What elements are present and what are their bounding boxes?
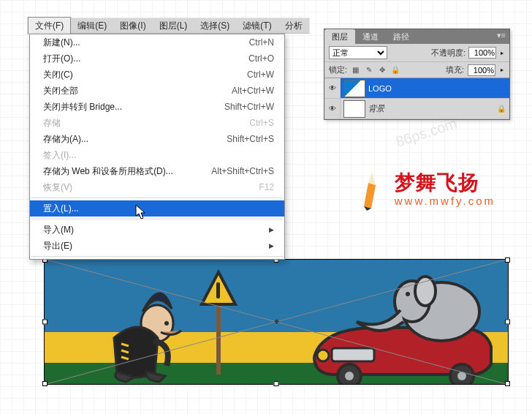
opacity-input[interactable] [468,47,496,59]
menu-open[interactable]: 打开(O)...Ctrl+O [30,50,284,67]
menu-image[interactable]: 图像(I) [113,18,152,34]
tab-paths[interactable]: 路径 [386,29,417,44]
visibility-eye-icon[interactable]: 👁 [324,99,341,118]
layer-thumbnail[interactable] [343,100,365,118]
layers-lock-row: 锁定: ▦ ✎ ✥ 🔒 填充: ▸ [324,61,509,78]
menu-separator [31,197,283,198]
menu-separator [31,219,283,219]
menu-file[interactable]: 文件(F) [28,17,71,34]
placed-smart-object[interactable]: ⌖ [44,259,509,385]
layer-name[interactable]: LOGO [368,84,509,93]
layer-name[interactable]: 背景 [368,103,493,114]
lock-image-icon[interactable]: ✎ [364,66,373,74]
menu-select[interactable]: 选择(S) [194,18,236,34]
svg-marker-1 [368,172,376,185]
brand-watermark: 梦舞飞扬 www.mwfy.com [352,168,495,211]
lock-transparent-icon[interactable]: ▦ [351,66,360,74]
lock-position-icon[interactable]: ✥ [377,66,387,74]
submenu-arrow-icon: ▶ [269,226,274,233]
transform-handle[interactable] [505,381,510,386]
application-menu-bar: 文件(F) 编辑(E) 图像(I) 图层(L) 选择(S) 滤镜(T) 分析 [27,18,310,34]
menu-analysis[interactable]: 分析 [278,18,309,34]
menu-new[interactable]: 新建(N)...Ctrl+N [30,34,284,50]
menu-close-goto-bridge[interactable]: 关闭并转到 Bridge...Shift+Ctrl+W [30,99,284,115]
tab-layers[interactable]: 图层 [324,29,355,44]
menu-place[interactable]: 置入(L)... [30,200,284,217]
menu-layer[interactable]: 图层(L) [153,18,194,34]
transform-handle[interactable] [42,320,48,325]
menu-separator [31,256,283,257]
brand-name: 梦舞飞扬 [395,173,495,193]
submenu-arrow-icon: ▶ [269,242,274,249]
layer-row-background[interactable]: 👁 背景 🔒 [324,99,509,119]
pencil-icon [352,168,387,211]
lock-label: 锁定: [329,64,347,75]
visibility-eye-icon[interactable]: 👁 [324,78,341,98]
transform-handle[interactable] [505,257,510,263]
menu-edit[interactable]: 编辑(E) [71,18,113,34]
lock-all-icon[interactable]: 🔒 [390,66,400,74]
lock-icon: 🔒 [493,105,509,113]
menu-save-for-web[interactable]: 存储为 Web 和设备所用格式(D)...Alt+Shift+Ctrl+S [30,163,284,179]
tab-channels[interactable]: 通道 [355,29,386,44]
layer-row-logo[interactable]: 👁 LOGO [324,78,509,99]
panel-menu-icon[interactable]: ▾≡ [493,29,509,44]
layers-panel: 图层 通道 路径 ▾≡ 正常 不透明度: ▸ 锁定: ▦ ✎ ✥ 🔒 填充: ▸… [324,29,510,120]
layers-list: 👁 LOGO 👁 背景 🔒 [324,78,509,119]
transform-handle[interactable] [42,381,48,386]
file-menu-dropdown: 新建(N)...Ctrl+N 打开(O)...Ctrl+O 关闭(C)Ctrl+… [29,34,285,260]
opacity-label: 不透明度: [431,48,466,59]
chevron-right-icon[interactable]: ▸ [499,50,505,56]
menu-filter[interactable]: 滤镜(T) [236,18,278,34]
transform-bounding-box[interactable] [44,259,509,385]
fill-input[interactable] [468,64,495,76]
transform-handle[interactable] [274,381,279,386]
blend-mode-select[interactable]: 正常 [329,46,387,59]
layer-thumbnail[interactable] [343,80,365,97]
menu-save-as[interactable]: 存储为(A)...Shift+Ctrl+S [30,131,284,147]
layers-panel-tabs: 图层 通道 路径 ▾≡ [324,29,509,44]
transform-handle[interactable] [505,320,510,325]
menu-import[interactable]: 导入(M)▶ [30,222,284,238]
menu-check-in: 签入(I)... [30,147,284,163]
brand-url: www.mwfy.com [395,195,495,207]
menu-close-all[interactable]: 关闭全部Alt+Ctrl+W [30,83,284,99]
layers-blend-row: 正常 不透明度: ▸ [324,44,509,61]
svg-marker-0 [364,183,376,208]
menu-save: 存储Ctrl+S [30,115,284,131]
menu-revert: 恢复(V)F12 [30,179,284,195]
fill-label: 填充: [446,64,464,75]
menu-close[interactable]: 关闭(C)Ctrl+W [30,67,284,83]
chevron-right-icon[interactable]: ▸ [499,67,505,73]
menu-export[interactable]: 导出(E)▶ [30,238,284,254]
